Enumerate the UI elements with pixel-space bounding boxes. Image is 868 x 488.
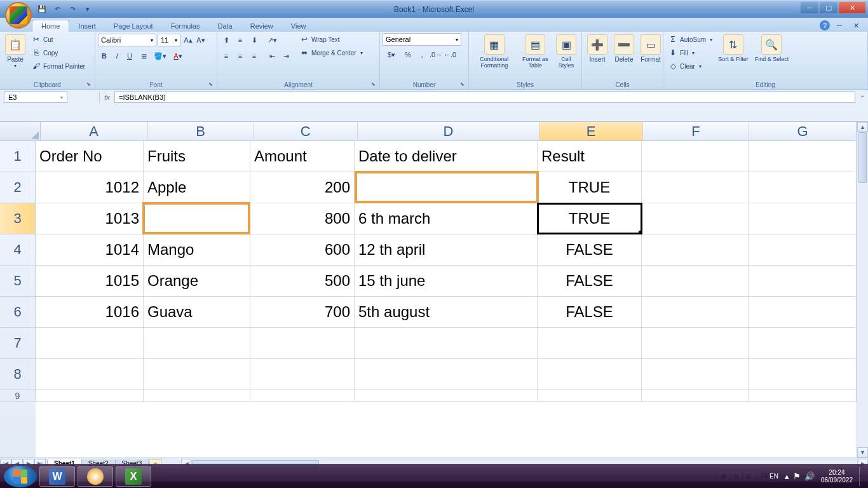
tab-review[interactable]: Review [241, 20, 282, 32]
tray-flag-icon[interactable]: ⚑ [793, 471, 801, 481]
cell-E5[interactable]: FALSE [538, 266, 642, 297]
cell-A7[interactable] [36, 328, 144, 359]
vertical-scrollbar[interactable]: ▲ ▼ [857, 122, 868, 458]
increase-indent-button[interactable]: ⇥ [280, 50, 292, 62]
tab-view[interactable]: View [282, 20, 315, 32]
font-expand-icon[interactable]: ⬊ [208, 81, 215, 88]
row-header-9[interactable]: 9 [0, 390, 36, 402]
cell-C2[interactable]: 200 [250, 172, 355, 203]
cell-C5[interactable]: 500 [250, 266, 355, 297]
grow-font-button[interactable]: A▴ [182, 34, 194, 46]
cell-C4[interactable]: 600 [250, 234, 355, 266]
number-expand-icon[interactable]: ⬊ [460, 81, 466, 88]
cell-C1[interactable]: Amount [250, 141, 355, 172]
row-header-4[interactable]: 4 [0, 234, 36, 266]
cell-A3[interactable]: 1013 [36, 203, 144, 234]
cell-B5[interactable]: Orange [144, 266, 250, 297]
cell-A5[interactable]: 1015 [36, 266, 144, 297]
close-button[interactable]: ✕ [839, 2, 865, 13]
cell-B6[interactable]: Guava [144, 297, 250, 328]
tab-page-layout[interactable]: Page Layout [105, 20, 162, 32]
cell-D9[interactable] [355, 390, 538, 402]
cell-E4[interactable]: FALSE [538, 234, 642, 266]
col-header-C[interactable]: C [254, 122, 358, 140]
cell-G7[interactable] [749, 328, 857, 359]
fx-icon[interactable]: fx [99, 92, 114, 103]
cell-G9[interactable] [749, 390, 857, 402]
qat-redo-button[interactable]: ↷ [65, 3, 79, 16]
cell-styles-button[interactable]: ▣Cell Styles [553, 33, 579, 70]
cell-F3[interactable] [642, 203, 749, 234]
align-left-button[interactable]: ≡ [220, 50, 233, 62]
row-header-1[interactable]: 1 [0, 141, 36, 172]
font-size-combo[interactable]: 11▾ [158, 34, 180, 46]
merge-center-button[interactable]: ⬌Merge & Center▾ [297, 46, 365, 59]
percent-button[interactable]: % [402, 48, 414, 61]
cell-F6[interactable] [642, 297, 749, 328]
border-button[interactable]: ⊞ [137, 50, 150, 62]
align-right-button[interactable]: ≡ [248, 50, 261, 62]
formula-input[interactable]: =ISBLANK(B3) [114, 92, 855, 103]
cell-F5[interactable] [642, 266, 749, 297]
taskbar-app2[interactable] [78, 466, 113, 487]
row-header-6[interactable]: 6 [0, 297, 36, 328]
clipboard-expand-icon[interactable]: ⬊ [86, 81, 93, 88]
cell-F1[interactable] [642, 141, 749, 172]
format-cells-button[interactable]: ▭Format [638, 33, 663, 64]
help-icon[interactable]: ? [820, 20, 830, 30]
cell-G4[interactable] [749, 234, 857, 266]
insert-cells-button[interactable]: ➕Insert [585, 33, 610, 64]
autosum-button[interactable]: ΣAutoSum▾ [666, 33, 714, 46]
col-header-G[interactable]: G [749, 122, 857, 140]
paste-button[interactable]: 📋 Paste ▾ [3, 33, 28, 70]
increase-decimal-button[interactable]: .0→ [430, 48, 442, 61]
cell-B3[interactable] [144, 203, 250, 234]
format-as-table-button[interactable]: ▤Format as Table [519, 33, 552, 70]
align-middle-button[interactable]: ≡ [234, 34, 247, 46]
cell-E2[interactable]: TRUE [538, 172, 642, 203]
maximize-button[interactable]: ▢ [820, 2, 837, 13]
cell-A4[interactable]: 1014 [36, 234, 144, 266]
cell-C8[interactable] [250, 359, 355, 390]
select-all-corner[interactable] [0, 122, 41, 140]
decrease-decimal-button[interactable]: ←.0 [444, 48, 456, 61]
row-header-7[interactable]: 7 [0, 328, 36, 359]
qat-save-button[interactable]: 💾 [35, 3, 49, 16]
clear-button[interactable]: ◇Clear▾ [666, 60, 714, 72]
start-button[interactable] [4, 466, 37, 487]
tab-formulas[interactable]: Formulas [162, 20, 209, 32]
delete-cells-button[interactable]: ➖Delete [611, 33, 637, 64]
tray-lang[interactable]: EN [770, 473, 778, 480]
tab-home[interactable]: Home [32, 20, 69, 32]
col-header-A[interactable]: A [41, 122, 148, 140]
col-header-E[interactable]: E [539, 122, 643, 140]
tray-show-hidden-icon[interactable]: ▴ [785, 471, 789, 481]
tab-data[interactable]: Data [208, 20, 241, 32]
cell-E3[interactable]: TRUE [538, 203, 642, 234]
row-header-2[interactable]: 2 [0, 172, 36, 203]
copy-button[interactable]: ⎘Copy [29, 46, 87, 59]
cell-F7[interactable] [642, 328, 749, 359]
number-format-combo[interactable]: General▾ [383, 33, 461, 46]
cell-E8[interactable] [538, 359, 642, 390]
cell-G8[interactable] [749, 359, 857, 390]
align-top-button[interactable]: ⬆ [220, 34, 233, 46]
cell-B2[interactable]: Apple [144, 172, 250, 203]
qat-customize-button[interactable]: ▾ [81, 3, 95, 16]
taskbar-word[interactable]: W [39, 466, 75, 487]
cell-D4[interactable]: 12 th april [355, 234, 538, 266]
cell-C6[interactable]: 700 [250, 297, 355, 328]
align-bottom-button[interactable]: ⬇ [248, 34, 261, 46]
wrap-text-button[interactable]: ↩Wrap Text [297, 33, 365, 46]
cell-D3[interactable]: 6 th march [355, 203, 538, 234]
align-center-button[interactable]: ≡ [234, 50, 247, 62]
cell-C9[interactable] [250, 390, 355, 402]
scroll-down-button[interactable]: ▼ [857, 447, 868, 458]
cell-C3[interactable]: 800 [250, 203, 355, 234]
currency-button[interactable]: $▾ [383, 48, 400, 61]
sort-filter-button[interactable]: ⇅Sort & Filter [715, 33, 751, 64]
underline-button[interactable]: U [123, 50, 136, 62]
tray-clock[interactable]: 20:24 06/09/2022 [821, 469, 853, 484]
tray-volume-icon[interactable]: 🔊 [804, 471, 815, 481]
fill-button[interactable]: ⬇Fill▾ [666, 46, 714, 59]
